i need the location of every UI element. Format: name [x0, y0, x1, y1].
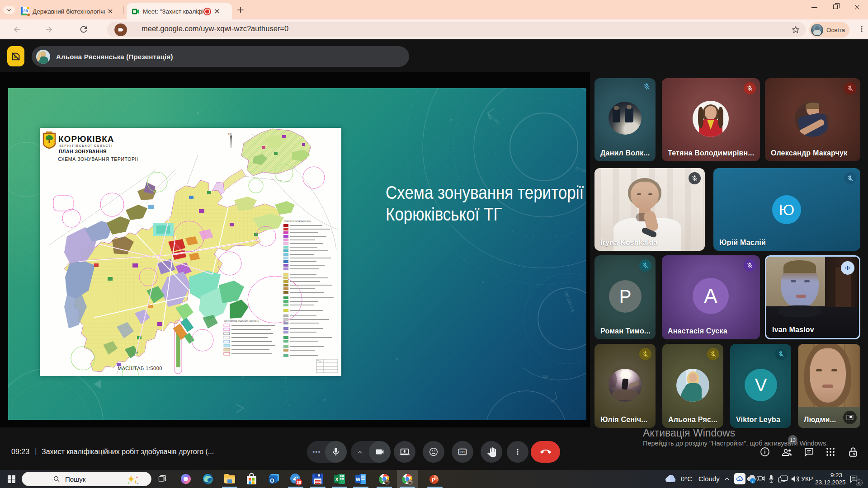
svg-text:ТИПИ ТЕРИТОРІАЛЬНИХ ЗОН: ТИПИ ТЕРИТОРІАЛЬНИХ ЗОН: [283, 220, 311, 222]
svg-text:W: W: [356, 477, 361, 482]
svg-text:07 08 09: 07 08 09: [575, 166, 586, 175]
svg-text:190 180 170: 190 180 170: [563, 290, 576, 313]
svg-text:X: X: [335, 477, 339, 482]
svg-text:CC: CC: [460, 450, 465, 454]
svg-text:ЧЕРНІГІВСЬКОЇ ОБЛАСТІ: ЧЕРНІГІВСЬКОЇ ОБЛАСТІ: [59, 144, 113, 147]
svg-text:38: 38: [297, 480, 302, 485]
svg-text:051 052: 051 052: [487, 113, 501, 126]
svg-text:КОРЮКІВКА: КОРЮКІВКА: [58, 134, 114, 144]
svg-text:МАСШТАБ 1:5000: МАСШТАБ 1:5000: [118, 366, 162, 371]
svg-text:P: P: [432, 477, 435, 483]
svg-text:125: 125: [542, 374, 549, 379]
svg-text:СХЕМА ЗОНУВАННЯ ТЕРИТОРІЇ: СХЕМА ЗОНУВАННЯ ТЕРИТОРІЇ: [58, 156, 138, 162]
svg-text:O: O: [270, 478, 274, 484]
svg-text:ПЛАН ЗОНУВАННЯ: ПЛАН ЗОНУВАННЯ: [59, 149, 107, 154]
svg-text:СИСТЕМИ ПЛАНУВАЛЬНИХ ОБМЕЖЕНЬ: СИСТЕМИ ПЛАНУВАЛЬНИХ ОБМЕЖЕНЬ: [224, 320, 259, 322]
svg-text:Пн: Пн: [228, 132, 231, 135]
